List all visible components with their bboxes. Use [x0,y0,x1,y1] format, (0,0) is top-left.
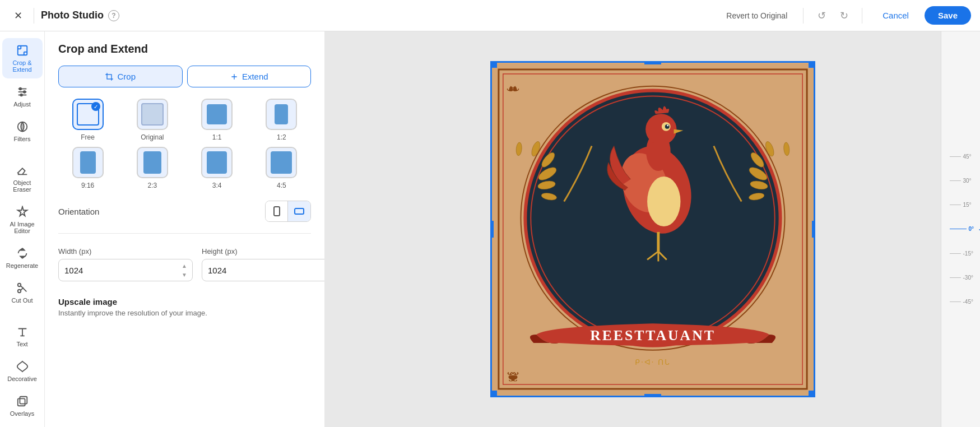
ratio-inner-original [141,103,164,126]
ruler-mark-0: 0° ◄ [950,224,981,235]
width-label: Width (px) [58,247,193,256]
sidebar-item-text[interactable]: Text [2,319,43,353]
ruler-label-0: 0° [969,226,974,232]
ratio-1-2[interactable]: 1:2 [252,99,311,141]
sidebar-item-cut-out[interactable]: Cut Out [2,276,43,309]
crop-handle-tm[interactable] [644,61,661,64]
sidebar-item-adjust-label: Adjust [13,101,31,108]
svg-point-8 [23,91,25,93]
help-button[interactable]: ? [108,10,119,21]
ratio-1-1[interactable]: 1:1 [188,99,247,141]
save-button[interactable]: Save [925,6,971,25]
ratio-label-free: Free [81,133,95,141]
sidebar-item-decorative[interactable]: Decorative [2,354,43,388]
dimensions-row: Width (px) ▲ ▼ Height (px) ▲ ▼ [58,247,311,281]
ratio-grid: ✓ Free Original 1:1 1:2 [58,99,311,189]
panel-title: Crop and Extend [58,43,311,55]
sidebar-item-crop-extend[interactable]: Crop & Extend [2,38,43,78]
orientation-row: Orientation [58,201,311,234]
svg-rect-21 [295,208,304,214]
ratio-4-5[interactable]: 4:5 [252,147,311,189]
main-layout: Crop & Extend Adjust [0,31,980,427]
ratio-2-3[interactable]: 2:3 [123,147,182,189]
ratio-label-9-16: 9:16 [81,182,94,189]
header-actions: Revert to Original ↺ ↻ Cancel Save [719,6,971,25]
ruler-arrow-indicator: ◄ [977,225,980,234]
ratio-3-4[interactable]: 3:4 [188,147,247,189]
svg-rect-16 [17,398,25,406]
height-input[interactable] [202,266,320,275]
sidebar-item-ai-image-editor[interactable]: AI Image Editor [2,199,43,240]
orientation-label: Orientation [58,207,265,216]
orientation-landscape[interactable] [288,201,310,221]
ruler-label-n30: -30° [963,275,973,281]
svg-point-10 [20,94,22,96]
width-down-arrow[interactable]: ▼ [180,270,189,279]
ratio-original[interactable]: Original [123,99,182,141]
filters-icon [16,120,29,133]
width-arrows: ▲ ▼ [177,261,192,279]
redo-button[interactable]: ↻ [835,7,853,25]
ruler-label-15: 15° [963,202,972,208]
svg-point-43 [647,177,680,226]
revert-button[interactable]: Revert to Original [719,11,794,20]
sidebar-item-ai-image-editor-label: AI Image Editor [4,221,40,234]
undo-button[interactable]: ↺ [812,7,830,25]
app-title: Photo Studio ? [41,10,119,21]
crop-handle-br[interactable] [809,391,815,397]
ratio-label-2-3: 2:3 [148,182,157,189]
ruler-mark-n45: -45° [950,296,973,308]
decorative-icon [16,360,29,373]
crop-handle-bm[interactable] [644,394,661,397]
crop-handle-ml[interactable] [490,221,494,238]
ruler-mark-30: 30° [950,175,972,186]
cancel-button[interactable]: Cancel [871,6,920,25]
height-label: Height (px) [202,247,325,256]
crop-extend-icon [16,44,29,57]
tab-crop[interactable]: Crop [58,66,183,87]
sidebar-item-regenerate[interactable]: Regenerate [2,241,43,275]
tab-extend-label: Extend [242,72,268,81]
canvas-area: REESTTAUANT ᑭ·ᐊ· ᑎᒐ ❧ ❧ ❦ ❦ [325,31,980,427]
sidebar-item-filters-label: Filters [14,136,31,142]
crop-handle-tr[interactable] [809,61,815,68]
close-button[interactable]: ✕ [9,7,27,25]
canvas-image[interactable]: REESTTAUANT ᑭ·ᐊ· ᑎᒐ ❧ ❧ ❦ ❦ [490,61,815,397]
sidebar-item-decorative-label: Decorative [7,375,37,382]
sidebar-item-overlays-label: Overlays [10,410,34,417]
svg-line-15 [20,287,23,290]
svg-rect-19 [107,75,112,79]
header: ✕ Photo Studio ? Revert to Original ↺ ↻ … [0,0,980,31]
ratio-label-1-1: 1:1 [212,133,222,141]
sidebar-item-filters[interactable]: Filters [2,114,43,148]
crop-handle-tl[interactable] [490,61,497,68]
rotation-ruler: 45° 30° 15° 0° ◄ -15° [941,31,980,427]
sidebar: Crop & Extend Adjust [0,31,45,427]
width-input[interactable] [59,266,177,275]
height-arrows: ▲ ▼ [320,261,325,279]
sidebar-item-cut-out-label: Cut Out [12,297,33,304]
ratio-9-16[interactable]: 9:16 [58,147,117,189]
crop-handle-bl[interactable] [490,391,497,397]
orientation-portrait[interactable] [266,201,288,221]
svg-text:ᑭ·ᐊ· ᑎᒐ: ᑭ·ᐊ· ᑎᒐ [635,358,670,366]
ruler-label-n15: -15° [963,250,973,257]
ratio-box-1-1 [201,99,233,130]
crop-panel: Crop and Extend Crop Extend [45,31,325,427]
ratio-inner-3-4 [207,151,227,174]
upscale-desc: Instantly improve the resolution of your… [58,309,311,317]
sidebar-item-adjust[interactable]: Adjust [2,80,43,113]
sidebar-item-overlays[interactable]: Overlays [2,389,43,423]
sidebar-item-background[interactable]: Background [2,424,43,427]
tab-extend[interactable]: Extend [187,66,312,87]
ratio-free[interactable]: ✓ Free [58,99,117,141]
tab-crop-label: Crop [117,72,136,81]
ruler-tick-15 [950,205,961,205]
width-up-arrow[interactable]: ▲ [180,261,189,270]
crop-handle-mr[interactable] [812,221,815,238]
ratio-box-3-4 [201,147,233,178]
sidebar-item-object-eraser[interactable]: Object Eraser [2,158,43,198]
overlays-icon [16,394,29,408]
ratio-inner-1-1 [207,104,227,124]
svg-text:REESTTAUANT: REESTTAUANT [590,327,716,344]
